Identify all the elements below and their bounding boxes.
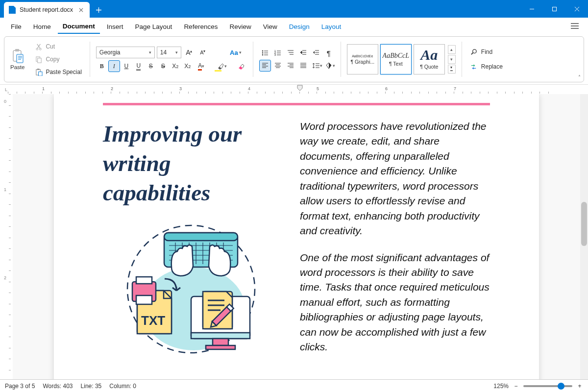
styles-scroll[interactable]: ▴ ▾ ▾━ xyxy=(448,45,456,74)
paste-special-button[interactable]: Paste Special xyxy=(33,66,83,78)
zoom-slider[interactable] xyxy=(523,385,572,387)
svg-rect-30 xyxy=(206,345,235,349)
scroll-thumb[interactable] xyxy=(581,202,587,246)
paragraph-1: Word processors have revolutionized the … xyxy=(300,119,490,239)
paste-icon[interactable] xyxy=(11,49,24,63)
italic-button[interactable]: I xyxy=(108,60,120,72)
tab-close-icon[interactable] xyxy=(77,6,85,14)
styles-group: AaBbCcDdEe ¶ Graphi... AaBbCcL ¶ Text Aa… xyxy=(344,39,459,80)
align-center-button[interactable] xyxy=(272,60,284,72)
new-tab-button[interactable] xyxy=(92,3,105,17)
horizontal-ruler[interactable]: 1234567 xyxy=(13,85,588,94)
indent-marker-icon[interactable] xyxy=(297,85,303,94)
svg-rect-21 xyxy=(164,233,238,241)
pilcrow-button[interactable]: ¶ xyxy=(323,47,335,59)
clear-format-button[interactable] xyxy=(235,60,247,72)
svg-rect-3 xyxy=(17,54,23,63)
editing-group: Find Replace xyxy=(465,39,506,80)
styles-more-icon[interactable]: ▾━ xyxy=(448,65,456,74)
status-column[interactable]: Column: 0 xyxy=(109,383,136,390)
zoom-value[interactable]: 125% xyxy=(493,383,509,390)
minimize-button[interactable] xyxy=(520,0,543,18)
document-tab[interactable]: Student report.docx xyxy=(4,2,90,18)
find-button[interactable]: Find xyxy=(470,47,503,57)
menu-design[interactable]: Design xyxy=(284,20,315,33)
bullets-button[interactable] xyxy=(259,47,271,59)
status-line[interactable]: Line: 35 xyxy=(81,383,102,390)
svg-text:TXT: TXT xyxy=(141,313,165,328)
superscript-button[interactable]: X2 xyxy=(170,60,181,72)
svg-rect-25 xyxy=(136,277,152,284)
document-canvas[interactable]: Improving our writing capabilities xyxy=(13,94,580,379)
accent-bar xyxy=(103,103,490,105)
zoom-knob[interactable] xyxy=(558,383,564,390)
doc-body[interactable]: Word processors have revolutionized the … xyxy=(300,119,490,367)
zoom-in-button[interactable]: + xyxy=(576,383,583,390)
font-group: Georgia▾ 14▾ A▴ A▾ Aa▾ B I U U S S X2 X2… xyxy=(93,39,250,80)
decrease-indent-button[interactable] xyxy=(297,47,309,59)
collapse-ribbon-icon[interactable]: ˄ xyxy=(578,74,581,80)
menu-view[interactable]: View xyxy=(258,20,282,33)
copy-button[interactable]: Copy xyxy=(33,53,83,65)
multilevel-button[interactable] xyxy=(285,47,296,59)
paste-label[interactable]: Paste xyxy=(10,64,24,70)
font-color-button[interactable]: A▾ xyxy=(194,60,209,72)
font-size-select[interactable]: 14▾ xyxy=(157,47,181,58)
menu-home[interactable]: Home xyxy=(28,20,56,33)
style-text[interactable]: AaBbCcL ¶ Text xyxy=(380,44,412,74)
close-button[interactable] xyxy=(565,0,588,18)
font-name-select[interactable]: Georgia▾ xyxy=(96,47,155,58)
styles-down-icon[interactable]: ▾ xyxy=(448,55,456,64)
zoom-out-button[interactable]: − xyxy=(513,383,519,390)
subscript-button[interactable]: X2 xyxy=(182,60,194,72)
increase-indent-button[interactable] xyxy=(310,47,322,59)
vertical-scrollbar[interactable] xyxy=(580,94,588,379)
highlight-button[interactable]: ▾ xyxy=(214,60,230,72)
doc-illustration[interactable]: TXT xyxy=(103,218,279,360)
svg-rect-29 xyxy=(213,339,228,345)
align-left-button[interactable] xyxy=(259,60,271,72)
ruler-corner: L xyxy=(0,85,13,94)
status-page[interactable]: Page 3 of 5 xyxy=(5,383,35,390)
shading-button[interactable]: ▾ xyxy=(323,60,338,72)
doc-heading[interactable]: Improving our writing capabilities xyxy=(103,119,279,207)
underline-button[interactable]: U xyxy=(121,60,132,72)
replace-button[interactable]: Replace xyxy=(470,61,503,72)
paragraph-group: 123 ¶ ▾ ▾ xyxy=(256,39,338,80)
svg-rect-26 xyxy=(136,295,152,304)
menu-page-layout[interactable]: Page Layout xyxy=(130,20,177,33)
style-graphic[interactable]: AaBbCcDdEe ¶ Graphi... xyxy=(347,44,378,74)
svg-rect-2 xyxy=(15,49,19,51)
menu-document[interactable]: Document xyxy=(58,20,100,34)
svg-point-12 xyxy=(262,52,264,54)
justify-button[interactable] xyxy=(297,60,309,72)
menu-insert[interactable]: Insert xyxy=(102,20,128,33)
shrink-font-button[interactable]: A▾ xyxy=(197,47,209,58)
change-case-button[interactable]: Aa▾ xyxy=(227,47,244,58)
svg-rect-9 xyxy=(37,69,40,70)
svg-text:3: 3 xyxy=(274,53,276,56)
strikethrough-button[interactable]: S xyxy=(145,60,157,72)
styles-up-icon[interactable]: ▴ xyxy=(448,45,456,54)
maximize-button[interactable] xyxy=(543,0,565,18)
svg-point-11 xyxy=(262,50,264,52)
menu-review[interactable]: Review xyxy=(224,20,256,33)
grow-font-button[interactable]: A▴ xyxy=(183,47,195,58)
numbering-button[interactable]: 123 xyxy=(272,47,284,59)
zoom-control: 125% − + xyxy=(493,383,583,390)
vertical-ruler[interactable]: 012 xyxy=(0,94,13,379)
svg-rect-0 xyxy=(552,7,556,11)
align-right-button[interactable] xyxy=(285,60,296,72)
svg-rect-10 xyxy=(39,72,43,75)
double-strike-button[interactable]: S xyxy=(157,60,169,72)
bold-button[interactable]: B xyxy=(96,60,108,72)
cut-button[interactable]: Cut xyxy=(33,41,83,52)
paste-group: Paste xyxy=(7,39,27,80)
style-quote[interactable]: Aa ¶ Quote xyxy=(414,44,445,74)
menu-file[interactable]: File xyxy=(6,20,26,33)
menu-layout[interactable]: Layout xyxy=(317,20,346,33)
menu-references[interactable]: References xyxy=(179,20,222,33)
double-underline-button[interactable]: U xyxy=(133,60,145,72)
overflow-menu-icon[interactable] xyxy=(567,20,582,34)
status-words[interactable]: Words: 403 xyxy=(43,383,73,390)
